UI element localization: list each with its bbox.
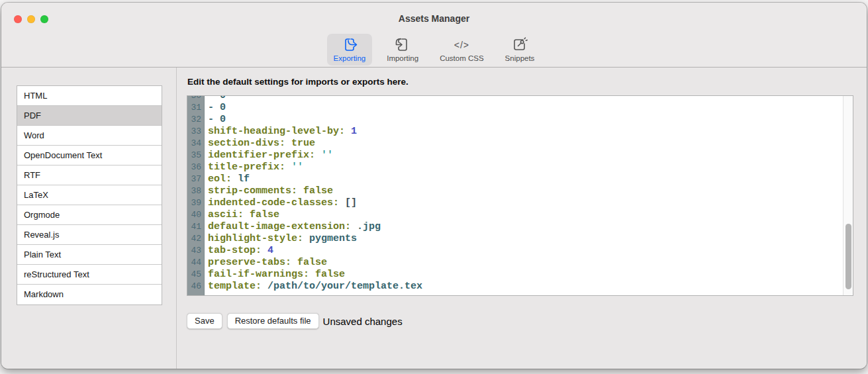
list-item-orgmode[interactable]: Orgmode bbox=[17, 205, 162, 225]
code-line[interactable]: 45fail-if-warnings: false bbox=[187, 269, 853, 281]
line-number: 33 bbox=[187, 126, 205, 138]
line-number: 42 bbox=[187, 233, 205, 245]
code-text: highlight-style: pygments bbox=[205, 233, 357, 245]
code-line[interactable]: 46template: /path/to/your/template.tex bbox=[187, 281, 853, 293]
line-number: 35 bbox=[187, 150, 205, 162]
code-text: title-prefix: '' bbox=[205, 162, 303, 173]
minimize-button[interactable] bbox=[27, 15, 35, 23]
list-item-rtf[interactable]: RTF bbox=[17, 165, 162, 185]
main-pane: Edit the default settings for imports or… bbox=[177, 68, 867, 369]
code-line[interactable]: 41default-image-extension: .jpg bbox=[187, 221, 853, 233]
window-title: Assets Manager bbox=[1, 3, 867, 24]
code-line[interactable]: 35identifier-prefix: '' bbox=[187, 150, 853, 162]
code-text: fail-if-warnings: false bbox=[205, 269, 345, 281]
traffic-lights bbox=[14, 15, 48, 23]
line-number: 31 bbox=[187, 102, 205, 114]
actions-row: Save Restore defaults file Unsaved chang… bbox=[187, 313, 867, 329]
code-line[interactable]: 42highlight-style: pygments bbox=[187, 233, 853, 245]
line-number: 34 bbox=[187, 138, 205, 150]
code-line[interactable]: 37eol: lf bbox=[187, 173, 853, 185]
code-text: default-image-extension: .jpg bbox=[205, 221, 381, 233]
defaults-editor[interactable]: 30- 031- 032- 033shift-heading-level-by:… bbox=[187, 95, 853, 296]
list-item-word[interactable]: Word bbox=[17, 126, 162, 146]
line-number: 32 bbox=[187, 114, 205, 126]
editor-lines: 30- 031- 032- 033shift-heading-level-by:… bbox=[187, 95, 853, 293]
titlebar[interactable]: Assets Manager ExportingImporting</>Cust… bbox=[1, 3, 867, 68]
list-item-html[interactable]: HTML bbox=[17, 86, 162, 106]
format-list: HTMLPDFWordOpenDocument TextRTFLaTeXOrgm… bbox=[17, 85, 162, 305]
snippet-icon bbox=[511, 36, 528, 54]
toolbar-item-label: Custom CSS bbox=[440, 54, 483, 62]
close-button[interactable] bbox=[14, 15, 22, 23]
code-text: preserve-tabs: false bbox=[205, 257, 327, 269]
toolbar: ExportingImporting</>Custom CSSSnippets bbox=[1, 34, 867, 66]
toolbar-item-label: Importing bbox=[387, 54, 418, 62]
toolbar-item-custom-css[interactable]: </>Custom CSS bbox=[433, 34, 490, 66]
code-line[interactable]: 39indented-code-classes: [] bbox=[187, 197, 853, 209]
toolbar-item-exporting[interactable]: Exporting bbox=[327, 34, 373, 66]
code-line[interactable]: 40ascii: false bbox=[187, 209, 853, 221]
assets-manager-window: Assets Manager ExportingImporting</>Cust… bbox=[1, 3, 867, 369]
list-item-pdf[interactable]: PDF bbox=[17, 106, 162, 126]
content-area: HTMLPDFWordOpenDocument TextRTFLaTeXOrgm… bbox=[1, 68, 867, 369]
list-item-markdown[interactable]: Markdown bbox=[17, 285, 162, 304]
save-button[interactable]: Save bbox=[187, 313, 222, 329]
line-number: 36 bbox=[187, 162, 205, 173]
line-number: 30 bbox=[187, 95, 205, 102]
line-number: 40 bbox=[187, 209, 205, 221]
unsaved-changes-status: Unsaved changes bbox=[323, 316, 403, 327]
zoom-button[interactable] bbox=[40, 15, 48, 23]
scrollbar-thumb[interactable] bbox=[845, 224, 851, 289]
export-icon bbox=[341, 36, 358, 54]
line-number: 37 bbox=[187, 173, 205, 185]
code-text: ascii: false bbox=[205, 209, 279, 221]
list-item-opendocument-text[interactable]: OpenDocument Text bbox=[17, 146, 162, 165]
code-line[interactable]: 33shift-heading-level-by: 1 bbox=[187, 126, 853, 138]
page-heading: Edit the default settings for imports or… bbox=[187, 77, 867, 87]
restore-defaults-button[interactable]: Restore defaults file bbox=[227, 313, 319, 329]
line-number: 38 bbox=[187, 185, 205, 197]
code-line[interactable]: 43tab-stop: 4 bbox=[187, 245, 853, 257]
line-number: 43 bbox=[187, 245, 205, 257]
code-text: - 0 bbox=[205, 102, 226, 114]
code-text: strip-comments: false bbox=[205, 185, 333, 197]
code-text: eol: lf bbox=[205, 173, 250, 185]
code-line[interactable]: 31- 0 bbox=[187, 102, 853, 114]
list-item-restructured-text[interactable]: reStructured Text bbox=[17, 265, 162, 285]
code-text: - 0 bbox=[205, 95, 226, 102]
line-number: 44 bbox=[187, 257, 205, 269]
list-item-reveal-js[interactable]: Reveal.js bbox=[17, 225, 162, 245]
editor-scrollbar[interactable] bbox=[843, 96, 853, 295]
code-line[interactable]: 38strip-comments: false bbox=[187, 185, 853, 197]
code-text: shift-heading-level-by: 1 bbox=[205, 126, 357, 138]
code-text: section-divs: true bbox=[205, 138, 315, 150]
import-icon bbox=[394, 36, 411, 54]
code-text: indented-code-classes: [] bbox=[205, 197, 357, 209]
code-text: tab-stop: 4 bbox=[205, 245, 273, 257]
line-number: 41 bbox=[187, 221, 205, 233]
code-line[interactable]: 36title-prefix: '' bbox=[187, 162, 853, 173]
code-text: - 0 bbox=[205, 114, 226, 126]
code-line[interactable]: 32- 0 bbox=[187, 114, 853, 126]
line-number: 45 bbox=[187, 269, 205, 281]
code-text: template: /path/to/your/template.tex bbox=[205, 281, 422, 293]
toolbar-item-importing[interactable]: Importing bbox=[380, 34, 425, 66]
line-number: 46 bbox=[187, 281, 205, 293]
list-item-plain-text[interactable]: Plain Text bbox=[17, 245, 162, 265]
toolbar-item-label: Exporting bbox=[334, 54, 366, 62]
sidebar: HTMLPDFWordOpenDocument TextRTFLaTeXOrgm… bbox=[1, 68, 177, 369]
code-line[interactable]: 44preserve-tabs: false bbox=[187, 257, 853, 269]
list-item-latex[interactable]: LaTeX bbox=[17, 185, 162, 205]
toolbar-item-label: Snippets bbox=[505, 54, 535, 62]
code-line[interactable]: 30- 0 bbox=[187, 95, 853, 102]
toolbar-item-snippets[interactable]: Snippets bbox=[499, 34, 542, 66]
code-line[interactable]: 34section-divs: true bbox=[187, 138, 853, 150]
code-icon: </> bbox=[453, 36, 470, 54]
line-number: 39 bbox=[187, 197, 205, 209]
code-text: identifier-prefix: '' bbox=[205, 150, 333, 162]
